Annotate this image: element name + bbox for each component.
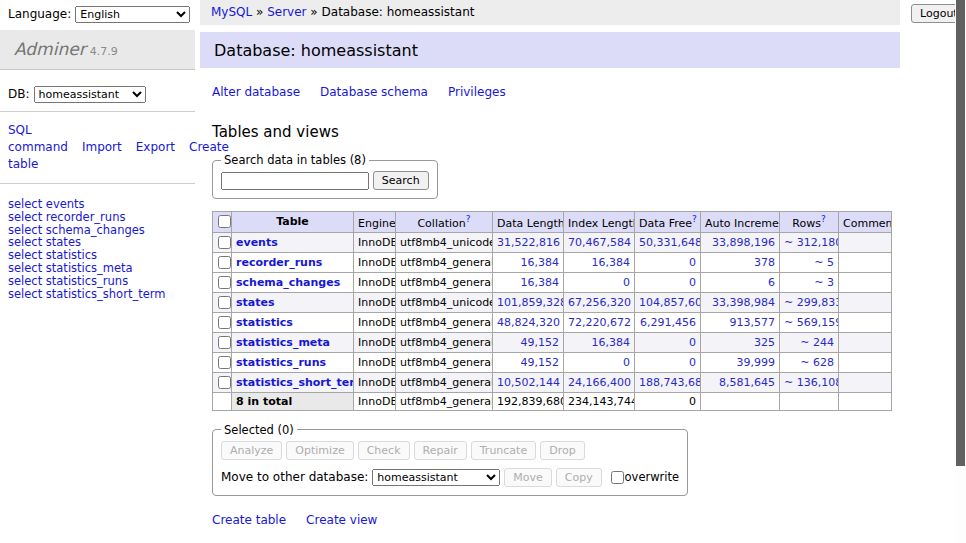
page-title: Database: homeassistant [200,32,900,60]
column-help-link[interactable]: ? [821,214,826,224]
database-schema-link[interactable]: Database schema [320,85,428,99]
language-label: Language: [8,7,71,21]
import-link[interactable]: Import [82,140,122,154]
db-label: DB: [8,87,30,101]
data-length-cell: 16,384 [493,252,564,272]
column-header-collation: Collation? [396,212,493,233]
search-input[interactable] [221,172,369,190]
sql-command-link[interactable]: SQL command [8,123,68,154]
create-view-link[interactable]: Create view [306,513,377,527]
collation-cell: utf8mb4_general_ci [396,332,493,352]
data-free-cell: 6,291,456 [635,312,701,332]
data-length-cell: 49,152 [493,352,564,372]
row-checkbox[interactable] [218,356,231,369]
truncate-button[interactable]: Truncate [471,441,536,460]
privileges-link[interactable]: Privileges [448,85,506,99]
export-link[interactable]: Export [136,140,175,154]
column-header-index-length: Index Length? [564,212,635,233]
move-button[interactable]: Move [504,468,552,487]
db-links: Alter databaseDatabase schemaPrivileges [212,85,902,99]
comment-cell [839,292,892,312]
mysql-breadcrumb-link[interactable]: MySQL [211,5,252,19]
search-button[interactable]: Search [373,171,429,190]
table-link[interactable]: states [236,296,275,309]
comment-cell [839,312,892,332]
table-name-cell: recorder_runs [232,252,354,272]
move-db-select[interactable]: homeassistant [372,469,500,486]
select-all-checkbox[interactable] [218,215,231,228]
title-band: Database: homeassistant [200,32,900,68]
repair-button[interactable]: Repair [414,441,467,460]
scrollbar-thumb[interactable] [956,0,965,466]
sidebar-table-links: select eventsselect recorder_runsselect … [8,198,195,300]
data-length-cell: 31,522,816 [493,232,564,252]
select-statistics-runs-link[interactable]: select statistics_runs [8,275,195,288]
column-help-link[interactable]: ? [692,214,697,224]
copy-button[interactable]: Copy [556,468,602,487]
row-checkbox[interactable] [218,276,231,289]
ghost-cell [839,392,892,410]
table-link[interactable]: recorder_runs [236,256,322,269]
server-breadcrumb-link[interactable]: Server [267,5,306,19]
table-row: schema_changesInnoDButf8mb4_general_ci16… [213,272,892,292]
total-label-cell: 8 in total [232,392,354,410]
breadcrumb: MySQL » Server » Database: homeassistant [200,0,900,25]
table-link[interactable]: statistics_meta [236,336,330,349]
create-table-link[interactable]: Create table [212,513,286,527]
table-link[interactable]: statistics_short_term [236,376,354,389]
row-checkbox[interactable] [218,316,231,329]
move-label: Move to other database: [221,470,368,484]
column-help-link[interactable]: ? [466,214,471,224]
data-free-cell: 0 [635,252,701,272]
rows-cell: ~ 244 [780,332,839,352]
total-row: 8 in totalInnoDButf8mb4_general_ci192,83… [213,392,892,410]
analyze-button[interactable]: Analyze [221,441,282,460]
table-link[interactable]: statistics_runs [236,356,326,369]
row-checkbox[interactable] [218,236,231,249]
table-link[interactable]: statistics [236,316,293,329]
row-select-cell [213,252,232,272]
index-length-cell: 0 [564,352,635,372]
language-select[interactable]: English [75,6,190,23]
comment-cell [839,232,892,252]
table-link[interactable]: events [236,236,278,249]
collation-cell: utf8mb4_general_ci [396,252,493,272]
optimize-button[interactable]: Optimize [286,441,353,460]
rows-cell: ~ 299,833 [780,292,839,312]
row-checkbox[interactable] [218,296,231,309]
alter-database-link[interactable]: Alter database [212,85,300,99]
column-header-rows: Rows? [780,212,839,233]
select-recorder-runs-link[interactable]: select recorder_runs [8,211,195,224]
row-checkbox[interactable] [218,336,231,349]
total-data-free-cell: 0 [635,392,701,410]
index-length-cell: 72,220,672 [564,312,635,332]
scrollbar-track[interactable] [955,0,966,543]
table-name-cell: events [232,232,354,252]
collation-cell: utf8mb4_unicode_ci [396,292,493,312]
index-length-cell: 67,256,320 [564,292,635,312]
table-name-cell: statistics_meta [232,332,354,352]
table-link[interactable]: schema_changes [236,276,340,289]
collation-cell: utf8mb4_general_ci [396,272,493,292]
row-select-cell [213,232,232,252]
select-statistics-short-term-link[interactable]: select statistics_short_term [8,288,195,301]
data-length-cell: 49,152 [493,332,564,352]
drop-button[interactable]: Drop [540,441,584,460]
overwrite-checkbox[interactable] [611,471,624,484]
select-statistics-meta-link[interactable]: select statistics_meta [8,262,195,275]
select-events-link[interactable]: select events [8,198,195,211]
table-name-cell: schema_changes [232,272,354,292]
row-checkbox[interactable] [218,376,231,389]
engine-cell: InnoDB [354,352,396,372]
collation-cell: utf8mb4_general_ci [396,372,493,392]
comment-cell [839,272,892,292]
data-length-cell: 10,502,144 [493,372,564,392]
search-legend: Search data in tables (8) [221,153,369,167]
index-length-cell: 24,166,400 [564,372,635,392]
engine-cell: InnoDB [354,252,396,272]
check-button[interactable]: Check [358,441,410,460]
auto-increment-cell: 913,577 [701,312,780,332]
sidebar-divider [0,183,195,184]
db-select[interactable]: homeassistant [34,86,146,103]
row-checkbox[interactable] [218,256,231,269]
